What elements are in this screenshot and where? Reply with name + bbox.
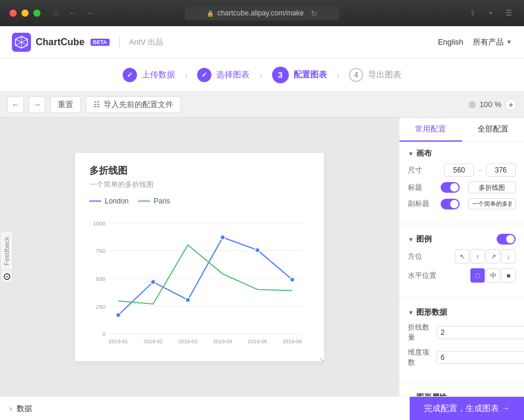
subtitle-input[interactable] <box>468 198 516 209</box>
resize-handle[interactable]: ⤡ <box>319 356 325 362</box>
svg-point-26 <box>290 277 295 282</box>
legend-paris: Paris <box>138 197 170 205</box>
position-label: 方位 <box>408 252 432 262</box>
add-tab-icon[interactable]: + <box>485 7 497 19</box>
zoom-indicator <box>469 101 476 108</box>
size-dash: - <box>479 166 481 174</box>
complete-button[interactable]: 完成配置，生成图表 → <box>410 397 524 421</box>
pos-top-center[interactable]: ↑ <box>470 249 485 264</box>
svg-text:2019-06: 2019-06 <box>283 338 302 344</box>
svg-point-23 <box>186 297 191 302</box>
line-count-row: 折线数量 <box>408 322 516 343</box>
title-label: 标题 <box>408 183 432 193</box>
reset-button[interactable]: 重置 <box>50 96 81 113</box>
hpos-buttons: □ 中 ■ <box>470 268 516 283</box>
line-count-input[interactable] <box>436 326 524 339</box>
zoom-in-button[interactable]: + <box>505 99 517 111</box>
svg-text:2019-04: 2019-04 <box>213 338 232 344</box>
sidebar-toggle-icon[interactable]: ☰ <box>503 7 514 19</box>
pos-top-left[interactable]: ↖ <box>455 249 469 264</box>
step-3-circle: 3 <box>272 67 289 83</box>
step-2-circle: ✓ <box>197 68 211 82</box>
legend-section-header: ▼ 图例 <box>408 234 516 245</box>
subtitle-label: 副标题 <box>408 199 432 209</box>
logo-icon <box>12 33 31 52</box>
chart-legend: London Paris <box>89 197 310 205</box>
back-icon[interactable]: □ <box>50 7 62 19</box>
maximize-button[interactable] <box>33 10 40 17</box>
svg-text:2019-05: 2019-05 <box>248 338 267 344</box>
redo-button[interactable]: → <box>29 96 45 113</box>
url-bar[interactable]: 🔒 chartcube.alipay.com/make ↻ <box>185 7 339 20</box>
undo-button[interactable]: ← <box>7 96 24 113</box>
london-line-color <box>89 200 101 202</box>
svg-text:2019-03: 2019-03 <box>178 338 197 344</box>
feedback-tab[interactable]: Feedback <box>0 231 13 271</box>
chart-data-title: 图形数据 <box>416 307 447 318</box>
reload-icon[interactable]: ↻ <box>311 9 317 18</box>
svg-text:500: 500 <box>96 275 106 282</box>
chart-props-section: ▼ 图形属性 类别 London Paris 颜色 粗细 <box>400 386 524 396</box>
canvas-collapse-arrow[interactable]: ▼ <box>408 151 414 157</box>
products-menu[interactable]: 所有产品 ▼ <box>473 37 512 48</box>
step-config-chart[interactable]: 3 配置图表 <box>272 67 327 83</box>
svg-text:2019-02: 2019-02 <box>144 338 163 344</box>
feedback-icon[interactable]: ⊙ <box>1 271 13 283</box>
hpos-center[interactable]: 中 <box>486 268 500 283</box>
step-upload[interactable]: ✓ 上传数据 <box>123 68 175 82</box>
minimize-button[interactable] <box>21 10 29 17</box>
main-content: Feedback ⊙ 多折线图 一个简单的多折线图 London Paris <box>0 118 524 396</box>
tab-all[interactable]: 全部配置 <box>462 118 525 142</box>
beta-badge: BETA <box>91 39 110 46</box>
legend-paris-label: Paris <box>154 197 170 205</box>
svg-text:250: 250 <box>96 303 106 310</box>
legend-position-row: 方位 ↖ ↑ ↗ ↓ <box>408 249 516 264</box>
paris-line-color <box>138 200 150 202</box>
share-icon[interactable]: ⇧ <box>467 7 479 19</box>
canvas-width-input[interactable] <box>444 164 474 177</box>
chart-props-arrow[interactable]: ▼ <box>408 394 414 397</box>
close-button[interactable] <box>10 10 17 17</box>
step-export[interactable]: 4 导出图表 <box>349 68 401 82</box>
pos-bottom-center[interactable]: ↓ <box>501 249 516 264</box>
nav-icon[interactable]: ← <box>67 7 79 19</box>
position-buttons: ↖ ↑ ↗ ↓ <box>455 249 516 264</box>
zoom-control: 100 % + <box>469 99 517 111</box>
canvas-area: Feedback ⊙ 多折线图 一个简单的多折线图 London Paris <box>0 118 399 396</box>
import-icon: ☷ <box>93 101 100 109</box>
title-input[interactable] <box>468 181 516 193</box>
subtitle-row: 副标题 <box>408 198 516 209</box>
title-toggle[interactable] <box>441 182 460 193</box>
canvas-height-input[interactable] <box>486 164 516 177</box>
data-expand-arrow: › <box>10 405 12 413</box>
legend-london: London <box>89 197 129 205</box>
window-controls[interactable] <box>10 10 40 17</box>
forward-nav-icon[interactable]: → <box>83 7 95 19</box>
hpos-left[interactable]: □ <box>470 268 485 283</box>
subtitle-toggle[interactable] <box>441 199 460 209</box>
pos-top-right[interactable]: ↗ <box>486 249 500 264</box>
step-1-label: 上传数据 <box>142 70 175 80</box>
step-select-chart[interactable]: ✓ 选择图表 <box>197 68 249 82</box>
svg-point-22 <box>151 280 155 284</box>
svg-point-25 <box>255 248 260 253</box>
import-config-button[interactable]: ☷ 导入先前的配置文件 <box>86 96 181 113</box>
legend-collapse-arrow[interactable]: ▼ <box>408 236 414 243</box>
hpos-row: 水平位置 □ 中 ■ <box>408 268 516 283</box>
step-2-label: 选择图表 <box>216 70 249 80</box>
dim-count-input[interactable] <box>436 351 524 364</box>
import-label: 导入先前的配置文件 <box>104 99 173 110</box>
chart-data-section: ▼ 图形数据 折线数量 维度项数 <box>400 301 524 378</box>
header-right: English 所有产品 ▼ <box>438 37 512 48</box>
language-switcher[interactable]: English <box>438 37 463 46</box>
titlebar: □ ← → 🔒 chartcube.alipay.com/make ↻ ⇧ + … <box>0 0 524 26</box>
title-row: 标题 <box>408 181 516 193</box>
data-section[interactable]: › 数据 <box>0 403 410 414</box>
canvas-section-title: 画布 <box>416 148 432 159</box>
hpos-right[interactable]: ■ <box>501 268 516 283</box>
canvas-config-section: ▼ 画布 尺寸 - 标题 副标题 <box>400 142 524 220</box>
tab-common[interactable]: 常用配置 <box>400 118 462 142</box>
legend-toggle[interactable] <box>497 234 516 245</box>
chart-data-arrow[interactable]: ▼ <box>408 309 414 316</box>
right-panel: 常用配置 全部配置 ▼ 画布 尺寸 - 标题 <box>399 118 524 396</box>
